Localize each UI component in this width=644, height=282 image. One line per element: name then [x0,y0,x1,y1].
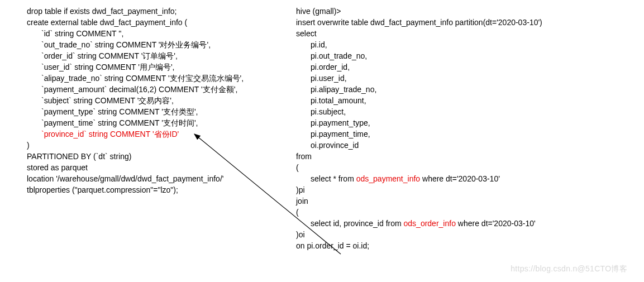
code-line: tblproperties ("parquet.compression"="lz… [27,184,296,195]
code-line: )oi [296,229,642,240]
code-highlight: ods_payment_info [356,174,420,183]
code-line: pi.id, [296,39,642,50]
code-line: from [296,151,642,162]
code-line: )pi [296,184,642,195]
code-line: `payment_time` string COMMENT '支付时间', [27,117,296,128]
code-line: pi.payment_type, [296,117,642,128]
code-line: select [296,28,642,39]
code-line: pi.subject, [296,106,642,117]
code-line: `order_id` string COMMENT '订单编号', [27,50,296,61]
code-line: pi.out_trade_no, [296,50,642,61]
code-line: `id` string COMMENT '', [27,28,296,39]
code-line-highlight: `province_id` string COMMENT '省份ID' [27,128,296,140]
code-text: where dt='2020-03-10' [456,219,536,228]
code-line: join [296,195,642,207]
code-line: pi.alipay_trade_no, [296,84,642,95]
left-code-block: drop table if exists dwd_fact_payment_in… [0,6,296,251]
code-line: `payment_amount` decimal(16,2) COMMENT '… [27,84,296,95]
code-line: location '/warehouse/gmall/dwd/dwd_fact_… [27,173,296,184]
code-line: on pi.order_id = oi.id; [296,240,642,251]
code-line: oi.province_id [296,140,642,151]
code-line: select id, province_id from ods_order_in… [296,218,642,229]
code-line: hive (gmall)> [296,6,642,17]
code-line: create external table dwd_fact_payment_i… [27,17,296,28]
code-line: pi.total_amount, [296,95,642,106]
code-highlight: ods_order_info [404,219,456,228]
code-line: `payment_type` string COMMENT '支付类型', [27,106,296,117]
code-line: insert overwrite table dwd_fact_payment_… [296,17,642,28]
code-text: select * from [311,174,356,183]
right-code-block: hive (gmall)> insert overwrite table dwd… [296,6,642,251]
code-line: stored as parquet [27,162,296,173]
code-line: `out_trade_no` string COMMENT '对外业务编号', [27,39,296,50]
watermark: https://blog.csdn.n@51CTO博客 [511,264,627,274]
code-line: drop table if exists dwd_fact_payment_in… [27,6,296,17]
code-line: ) [27,140,296,151]
code-text: select id, province_id from [311,219,404,228]
code-line: pi.order_id, [296,61,642,73]
code-line: `user_id` string COMMENT '用户编号', [27,61,296,73]
code-line: ( [296,207,642,218]
code-line: ( [296,162,642,173]
code-line: pi.payment_time, [296,128,642,140]
code-text: where dt='2020-03-10' [420,174,500,183]
code-container: drop table if exists dwd_fact_payment_in… [0,6,644,251]
code-line: PARTITIONED BY (`dt` string) [27,151,296,162]
code-line: select * from ods_payment_info where dt=… [296,173,642,184]
code-line: pi.user_id, [296,73,642,84]
code-line: `alipay_trade_no` string COMMENT '支付宝交易流… [27,73,296,84]
code-line: `subject` string COMMENT '交易内容', [27,95,296,106]
